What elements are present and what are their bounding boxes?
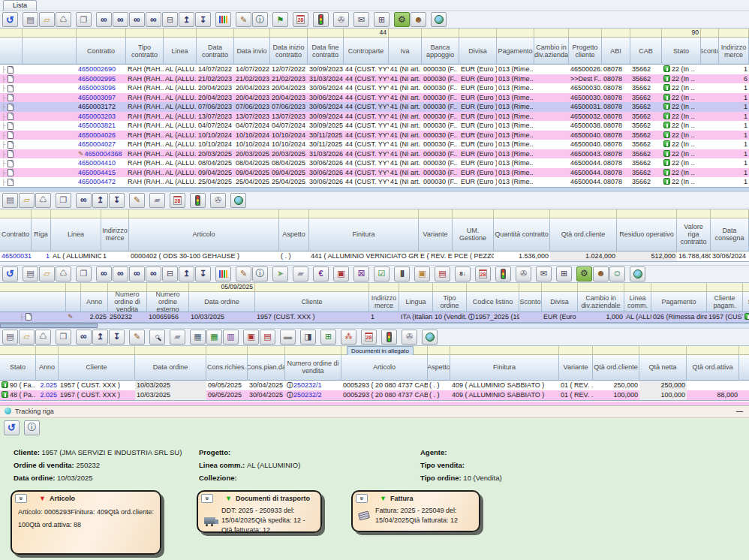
find-again-button[interactable]: ∞ <box>113 266 128 282</box>
export-button[interactable]: ↥ <box>92 193 108 208</box>
settings-button[interactable]: ⚙ <box>394 12 410 27</box>
col-header-indirizzo[interactable]: Indirizzo merce <box>719 38 749 65</box>
find-button[interactable]: ∞ <box>96 266 112 282</box>
col-header-linea[interactable]: Linea <box>51 218 101 251</box>
eraser-button[interactable]: ▰ <box>170 330 185 345</box>
col-header-banca[interactable]: Banca appoggio <box>422 38 459 65</box>
filter-pagamento[interactable] <box>497 29 534 38</box>
copy-button[interactable]: ❐ <box>76 12 92 27</box>
cell-contratto[interactable]: 4650003172 <box>78 103 116 110</box>
grid-x-button[interactable]: ⊠ <box>353 266 369 282</box>
col-header-aspetto[interactable]: Aspetto <box>428 355 450 381</box>
col-header-cambio[interactable]: Cambio in div.azienda <box>534 38 569 65</box>
settings-button[interactable]: ⚙ <box>576 266 592 282</box>
col-header-finitura[interactable]: Finitura <box>309 218 419 251</box>
sort-button[interactable]: 8↓ <box>455 266 471 282</box>
col-header-num_vendita[interactable]: Numero ordine di vendita <box>108 292 147 312</box>
eraser-button[interactable]: ▰ <box>293 266 308 282</box>
table-export-button[interactable]: ⊞ <box>320 330 336 345</box>
filter-cliente[interactable] <box>255 283 369 292</box>
filter-qta_contratto[interactable] <box>494 209 550 218</box>
filter-aspetto[interactable] <box>428 346 450 355</box>
col-header-sconto[interactable]: Sconto <box>701 38 719 65</box>
filter-data_consegna[interactable] <box>711 209 749 218</box>
cell-contratto[interactable]: 4650002690 <box>78 65 116 73</box>
col-header-controparte[interactable]: Controparte <box>344 38 389 65</box>
table-row[interactable]: ├4650003097RAH (RAH..AL (ALLU..20/04/202… <box>0 93 749 103</box>
find-button[interactable]: ∞ <box>96 12 112 27</box>
filter-num_esterno[interactable] <box>147 283 189 292</box>
grid-plus-button[interactable]: ▦ <box>206 330 222 345</box>
filter-data_ordine[interactable] <box>135 346 206 355</box>
monitor-button[interactable]: ⊟ <box>162 12 178 27</box>
open-folder-button[interactable]: ▱ <box>39 266 55 282</box>
cell-contratto[interactable]: 4650003096 <box>78 84 116 92</box>
col-header-stato[interactable]: Stato <box>662 38 701 65</box>
filter-data_contratto[interactable] <box>197 29 234 38</box>
col-header-num_ordine[interactable]: Numero ordine di vendita <box>285 355 341 381</box>
table-row[interactable]: ├4650004415RAH (RAH..AL (ALLU..09/04/202… <box>0 168 749 178</box>
filter-divisa[interactable] <box>542 283 578 292</box>
find-button[interactable]: ∞ <box>76 330 92 345</box>
filter-cliente[interactable] <box>59 346 135 355</box>
calendar-button[interactable]: 28 <box>475 266 491 282</box>
table-row[interactable]: ├4650002690RAH (RAH..AL (ALLU..14/07/202… <box>0 65 749 74</box>
col-header-qta_contratto[interactable]: Quantità contratto <box>494 218 550 251</box>
euro-button[interactable]: € <box>313 266 329 282</box>
col-header-articolo[interactable]: Articolo <box>129 218 279 251</box>
filter-codice[interactable] <box>467 283 519 292</box>
copy-button[interactable]: ❐ <box>76 266 92 282</box>
traffic-light-button[interactable] <box>495 266 511 282</box>
filter-tipo[interactable] <box>433 283 467 292</box>
table-row[interactable]: ├4650004410RAH (RAH..AL (ALLU..08/04/202… <box>0 158 749 168</box>
copy-button[interactable]: ❐ <box>56 330 71 345</box>
delete-button[interactable]: ♺ <box>35 193 51 208</box>
clipboard-button[interactable]: ▣ <box>333 266 349 282</box>
ruler-button[interactable]: ▬ <box>280 330 296 345</box>
col-header-finitura[interactable]: Finitura <box>450 355 559 381</box>
col-header-progetto[interactable]: Progetto cliente <box>569 38 602 65</box>
filter-aspetto[interactable] <box>279 209 309 218</box>
col-header-valore[interactable]: Valore riga contratto <box>677 218 711 251</box>
filter-finitura[interactable] <box>450 346 559 355</box>
cell-contratto[interactable]: 4650004027 <box>78 140 116 148</box>
filter-cambio[interactable] <box>534 29 569 38</box>
col-header-um[interactable]: UM. Gestione <box>453 218 494 251</box>
cell-num_ordine[interactable]: 250232/1 <box>293 381 322 389</box>
filter-riga[interactable] <box>32 209 51 218</box>
filter-anno[interactable] <box>36 346 59 355</box>
edit-button[interactable]: ✎ <box>129 330 145 345</box>
filter-qta_netta[interactable] <box>639 346 687 355</box>
cell-contratto[interactable]: 4650004415 <box>78 169 116 176</box>
find-all-button[interactable]: ∞ <box>146 12 161 27</box>
col-header-residuo[interactable]: Residuo operativo <box>617 218 677 251</box>
filter-stato[interactable]: 90 <box>662 29 701 38</box>
find-button[interactable]: ∞ <box>76 193 92 208</box>
cell-contratto[interactable]: 4650004472 <box>78 178 116 185</box>
chart-button[interactable] <box>215 12 231 27</box>
cell-num_ordine[interactable]: 250232/2 <box>293 391 322 399</box>
col-header-data_fine[interactable]: Data fine contratto <box>308 38 344 65</box>
filter-divisa[interactable] <box>459 29 497 38</box>
find-filter-button[interactable]: ∞ <box>129 12 145 27</box>
calendar-button[interactable]: 28 <box>361 330 377 345</box>
filter-icons[interactable] <box>0 283 66 292</box>
col-header-variante[interactable]: Variante <box>559 355 593 381</box>
filter-iva[interactable] <box>389 29 422 38</box>
filter-articolo[interactable] <box>129 209 279 218</box>
route-button[interactable]: ⚑ <box>272 12 288 27</box>
table-row[interactable]: 90 ( Fa..2.0251957 ( CUST. XXX )10/03/20… <box>0 381 749 390</box>
export-button[interactable]: ↥ <box>179 12 194 27</box>
filter-data_fine[interactable] <box>308 29 344 38</box>
filter-anno[interactable] <box>81 283 108 292</box>
export-button[interactable]: ↥ <box>179 266 194 282</box>
copy-button[interactable]: ❐ <box>56 193 71 208</box>
col-header-data_ordine[interactable]: Data ordine <box>135 355 206 381</box>
undo-button[interactable]: ↺ <box>4 420 20 435</box>
globe-button[interactable] <box>422 330 438 345</box>
book-button[interactable]: ▥ <box>223 330 239 345</box>
edit-button[interactable]: ✎ <box>129 193 145 208</box>
filter-sconto[interactable] <box>701 29 719 38</box>
col-header-tipo[interactable]: Tipo contratto <box>126 38 164 65</box>
cell-contratto[interactable]: 4650003097 <box>78 94 116 101</box>
